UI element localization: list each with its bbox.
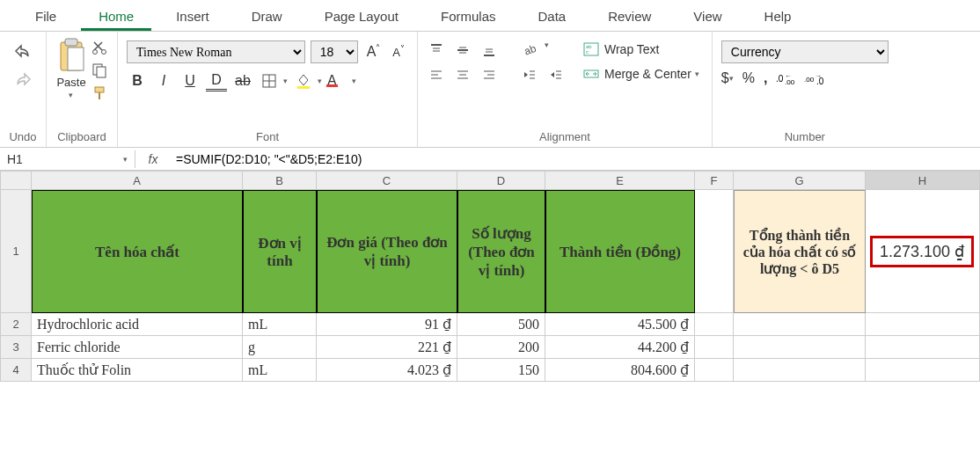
increase-font-button[interactable]: A˄ [363,41,384,62]
tab-page-layout[interactable]: Page Layout [307,2,416,31]
cell-A4[interactable]: Thuốc thử Folin [32,359,243,382]
tab-view[interactable]: View [676,2,739,31]
decrease-indent-button[interactable] [520,65,539,84]
align-left-button[interactable] [427,65,446,84]
col-header-E[interactable]: E [545,171,695,190]
formula-input[interactable] [171,148,980,170]
decrease-decimal-button[interactable]: .00→.0 [804,71,823,85]
cell-C1[interactable]: Đơn giá (Theo đơn vị tính) [317,190,457,313]
strikethrough-button[interactable]: ab [232,70,253,91]
col-header-B[interactable]: B [243,171,317,190]
chevron-down-icon[interactable]: ▾ [352,77,356,85]
wrap-text-button[interactable]: abc Wrap Text [580,40,703,58]
row-header-1[interactable]: 1 [0,190,32,313]
font-family-select[interactable]: Times New Roman [127,40,305,63]
cell-D1[interactable]: Số lượng (Theo đơn vị tính) [457,190,545,313]
align-top-button[interactable] [427,40,446,60]
copy-button[interactable] [91,62,108,79]
cell-C2[interactable]: 91 ₫ [317,313,457,336]
align-right-button[interactable] [479,65,499,84]
col-header-G[interactable]: G [734,171,866,190]
cell-D4[interactable]: 150 [457,359,545,382]
col-header-C[interactable]: C [317,171,457,190]
redo-button[interactable] [9,70,37,91]
cell-F2[interactable] [695,313,734,336]
cell-D2[interactable]: 500 [457,313,545,336]
col-header-F[interactable]: F [695,171,734,190]
row-header-3[interactable]: 3 [0,336,32,359]
fill-color-button[interactable] [293,70,314,91]
underline-button[interactable]: U [179,70,201,91]
cell-G4[interactable] [734,359,866,382]
cell-H1[interactable]: 1.273.100 ₫ [866,190,980,313]
name-box[interactable]: H1 ▾ [0,150,135,168]
tab-review[interactable]: Review [590,2,669,31]
row-header-4[interactable]: 4 [0,359,32,382]
cell-G1[interactable]: Tổng thành tiền của hóa chất có số lượng… [734,190,866,313]
tab-insert[interactable]: Insert [158,2,227,31]
cell-A2[interactable]: Hydrochloric acid [32,313,243,336]
tab-help[interactable]: Help [747,2,809,31]
cell-C4[interactable]: 4.023 ₫ [317,359,457,382]
col-header-D[interactable]: D [457,171,545,190]
align-middle-button[interactable] [453,40,472,60]
cell-B2[interactable]: mL [243,313,317,336]
chevron-down-icon[interactable]: ▾ [69,91,73,99]
align-bottom-button[interactable] [479,40,499,60]
increase-decimal-button[interactable]: .0←.00 [776,71,795,85]
number-format-select[interactable]: Currency [721,40,889,63]
chevron-down-icon[interactable]: ▾ [318,77,322,85]
align-center-button[interactable] [453,65,472,84]
orientation-button[interactable]: ab [520,40,539,60]
merge-center-button[interactable]: Merge & Center ▾ [580,65,703,83]
cell-F4[interactable] [695,359,734,382]
cell-A3[interactable]: Ferric chloride [32,336,243,359]
cell-E2[interactable]: 45.500 ₫ [545,313,695,336]
tab-data[interactable]: Data [520,2,583,31]
cell-C3[interactable]: 221 ₫ [317,336,457,359]
font-color-button[interactable]: A [327,70,348,91]
select-all-corner[interactable] [0,171,32,190]
tab-file[interactable]: File [18,2,74,31]
paste-button[interactable]: Paste ▾ [55,37,87,99]
cell-B3[interactable]: g [243,336,317,359]
percent-button[interactable]: % [742,70,755,86]
fx-button[interactable]: fx [135,152,171,166]
cell-E1[interactable]: Thành tiền (Đồng) [545,190,695,313]
cell-F1[interactable] [695,190,734,313]
borders-button[interactable] [259,70,280,91]
col-header-A[interactable]: A [32,171,243,190]
cell-G3[interactable] [734,336,866,359]
accounting-format-button[interactable]: $▾ [721,70,734,86]
cell-E3[interactable]: 44.200 ₫ [545,336,695,359]
tab-formulas[interactable]: Formulas [423,2,514,31]
cell-H3[interactable] [866,336,980,359]
tab-draw[interactable]: Draw [234,2,300,31]
decrease-font-button[interactable]: A˅ [389,42,408,61]
cut-button[interactable] [91,39,108,56]
tab-home[interactable]: Home [81,2,151,31]
cell-G2[interactable] [734,313,866,336]
double-underline-button[interactable]: D [206,70,227,91]
undo-button[interactable] [9,42,37,63]
chevron-down-icon[interactable]: ▾ [545,40,549,60]
italic-button[interactable]: I [153,70,174,91]
increase-indent-button[interactable] [546,65,566,84]
col-header-H[interactable]: H [866,171,980,190]
comma-style-button[interactable]: , [764,70,767,86]
cell-E4[interactable]: 804.600 ₫ [545,359,695,382]
chevron-down-icon[interactable]: ▾ [695,69,699,78]
bold-button[interactable]: B [127,70,148,91]
row-header-2[interactable]: 2 [0,313,32,336]
cell-B1[interactable]: Đơn vị tính [243,190,317,313]
cell-H4[interactable] [866,359,980,382]
cell-F3[interactable] [695,336,734,359]
font-size-select[interactable]: 18 [311,40,358,63]
cell-A1[interactable]: Tên hóa chất [32,190,243,313]
cell-D3[interactable]: 200 [457,336,545,359]
format-painter-button[interactable] [91,84,108,102]
chevron-down-icon[interactable]: ▾ [283,77,288,85]
cell-H2[interactable] [866,313,980,336]
chevron-down-icon[interactable]: ▾ [123,155,128,164]
cell-B4[interactable]: mL [243,359,317,382]
